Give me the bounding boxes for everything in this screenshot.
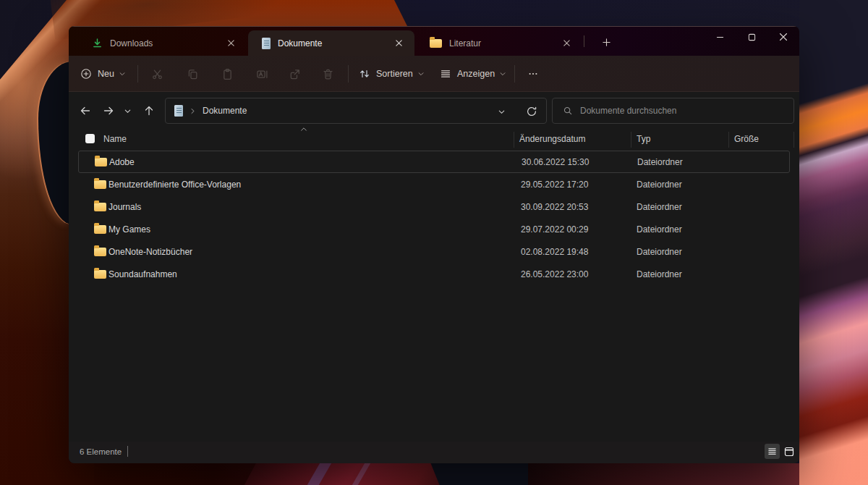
copy-button[interactable] xyxy=(178,62,207,86)
refresh-icon xyxy=(526,106,537,117)
wallpaper-maroon-band xyxy=(528,463,832,485)
forward-button[interactable] xyxy=(98,101,119,121)
paste-icon xyxy=(221,68,234,80)
toolbar-separator-3 xyxy=(514,65,515,83)
window-controls xyxy=(704,26,799,48)
file-row[interactable]: Benutzerdefinierte Office-Vorlagen 29.05… xyxy=(78,173,790,195)
chevron-down-icon xyxy=(119,70,126,77)
minimize-button[interactable] xyxy=(704,26,736,48)
tab-downloads-close-icon[interactable] xyxy=(224,36,238,51)
column-size[interactable]: Größe xyxy=(734,134,759,144)
tab-downloads[interactable]: Downloads xyxy=(78,30,247,56)
view-button-label: Anzeigen xyxy=(457,69,495,79)
tab-literatur[interactable]: Literatur xyxy=(416,30,582,56)
document-icon xyxy=(262,38,271,49)
share-button[interactable] xyxy=(280,62,309,86)
file-row[interactable]: Journals 30.09.2022 20:53 Dateiordner xyxy=(78,195,790,218)
folder-icon xyxy=(430,39,442,48)
file-modified-date: 29.07.2022 00:29 xyxy=(521,224,588,235)
forward-arrow-icon xyxy=(103,105,114,117)
breadcrumb-dokumente[interactable]: Dokumente xyxy=(203,106,247,116)
cut-button[interactable] xyxy=(142,62,171,86)
trash-icon xyxy=(322,68,334,80)
file-type: Dateiordner xyxy=(637,202,682,212)
chevron-down-icon xyxy=(417,70,425,77)
chevron-down-icon xyxy=(124,107,132,115)
wallpaper-right-folds xyxy=(799,0,868,485)
refresh-button[interactable] xyxy=(526,106,537,117)
file-row[interactable]: My Games 29.07.2022 00:29 Dateiordner xyxy=(78,218,790,240)
details-view-icon xyxy=(767,447,777,456)
view-list-icon xyxy=(440,68,451,80)
file-type: Dateiordner xyxy=(637,224,682,235)
column-type[interactable]: Typ xyxy=(637,134,650,144)
new-button[interactable]: Neu xyxy=(75,62,132,86)
recent-locations-button[interactable] xyxy=(119,101,136,121)
more-options-button[interactable] xyxy=(519,62,547,86)
icons-view-button[interactable] xyxy=(781,444,796,459)
file-modified-date: 30.09.2022 20:53 xyxy=(521,202,588,212)
back-button[interactable] xyxy=(75,101,95,121)
column-separator-1[interactable] xyxy=(514,132,514,148)
file-type: Dateiordner xyxy=(637,180,682,190)
toolbar: Neu xyxy=(69,56,799,92)
close-button[interactable] xyxy=(767,26,799,48)
file-name: Adobe xyxy=(109,157,135,167)
column-separator-2[interactable] xyxy=(631,132,631,148)
search-placeholder: Dokumente durchsuchen xyxy=(580,106,676,116)
folder-icon xyxy=(94,180,106,189)
sort-button-label: Sortieren xyxy=(376,69,413,79)
sort-ascending-caret-icon xyxy=(300,127,307,132)
file-type: Dateiordner xyxy=(637,247,682,257)
file-modified-date: 29.05.2022 17:20 xyxy=(521,180,588,190)
maximize-button[interactable] xyxy=(736,26,767,48)
file-name: My Games xyxy=(109,224,150,235)
new-tab-button[interactable] xyxy=(595,33,617,51)
rename-button[interactable] xyxy=(247,62,276,86)
file-row[interactable]: OneNote-Notizbücher 02.08.2022 19:48 Dat… xyxy=(78,240,790,263)
file-name: Journals xyxy=(109,202,141,212)
up-button[interactable] xyxy=(139,101,159,121)
file-row[interactable]: Soundaufnahmen 26.05.2022 23:00 Dateiord… xyxy=(78,263,790,285)
column-separator-3[interactable] xyxy=(728,132,729,148)
status-separator xyxy=(127,446,128,457)
file-name: OneNote-Notizbücher xyxy=(109,247,192,257)
breadcrumb-chevron-icon xyxy=(190,108,196,114)
share-icon xyxy=(289,68,301,80)
view-button[interactable]: Anzeigen xyxy=(434,62,512,86)
folder-icon xyxy=(94,248,106,256)
search-box[interactable]: Dokumente durchsuchen xyxy=(552,98,794,124)
file-type: Dateiordner xyxy=(637,269,682,279)
file-name: Soundaufnahmen xyxy=(109,269,177,279)
ellipsis-icon xyxy=(528,69,538,79)
toolbar-separator-2 xyxy=(348,65,349,83)
copy-icon xyxy=(187,68,199,80)
tab-dokumente[interactable]: Dokumente xyxy=(248,30,414,56)
sort-button[interactable]: Sortieren xyxy=(353,62,430,86)
column-date[interactable]: Änderungsdatum xyxy=(519,134,585,144)
download-icon xyxy=(92,38,103,48)
address-bar[interactable]: Dokumente xyxy=(165,98,547,124)
paste-button[interactable] xyxy=(213,62,242,86)
rename-icon xyxy=(256,68,268,80)
icons-view-icon xyxy=(784,447,794,457)
folder-icon xyxy=(94,270,106,279)
folder-icon xyxy=(95,158,107,166)
select-all-checkbox[interactable] xyxy=(85,134,95,143)
status-bar: 6 Elemente xyxy=(69,442,799,463)
address-dropdown-icon[interactable] xyxy=(498,108,506,116)
sort-icon xyxy=(359,68,370,80)
back-arrow-icon xyxy=(80,105,91,117)
tab-dokumente-close-icon[interactable] xyxy=(391,36,406,51)
column-separator-4[interactable] xyxy=(793,132,794,148)
tab-literatur-close-icon[interactable] xyxy=(559,36,574,51)
file-modified-date: 02.08.2022 19:48 xyxy=(521,247,588,257)
column-name[interactable]: Name xyxy=(103,134,127,144)
file-row[interactable]: Adobe 30.06.2022 15:30 Dateiordner xyxy=(78,151,790,173)
details-view-button[interactable] xyxy=(765,444,780,459)
file-explorer-window: Downloads Dokumente Literatur xyxy=(69,26,799,463)
up-arrow-icon xyxy=(143,105,155,117)
file-name: Benutzerdefinierte Office-Vorlagen xyxy=(109,180,241,190)
toolbar-separator-1 xyxy=(137,65,138,83)
delete-button[interactable] xyxy=(313,62,342,86)
